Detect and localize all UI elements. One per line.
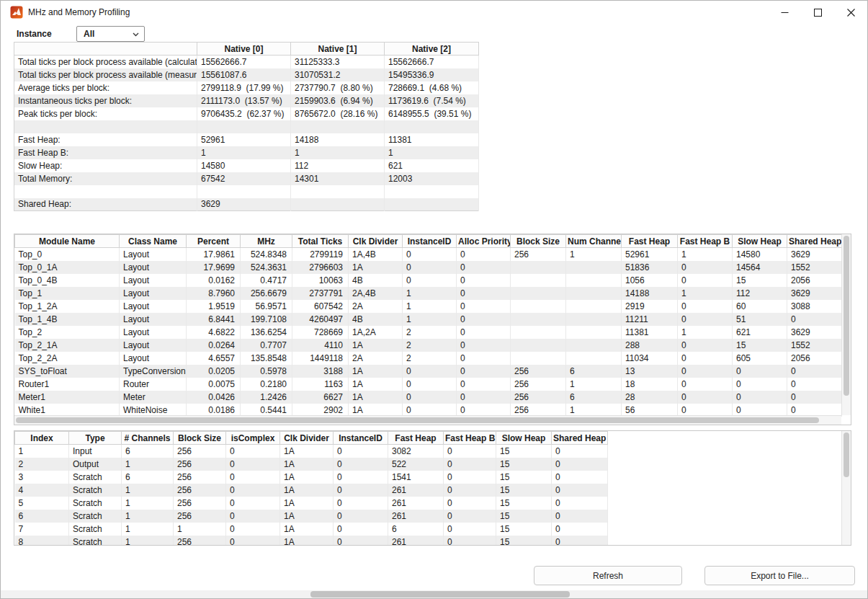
cell[interactable]: 256 — [511, 248, 566, 261]
cell[interactable]: Layout — [120, 313, 187, 326]
cell[interactable]: 1 — [122, 523, 174, 536]
cell[interactable]: Layout — [120, 300, 187, 313]
cell[interactable]: 0 — [678, 352, 733, 365]
cell[interactable]: 256 — [174, 458, 226, 471]
cell[interactable]: 14564 — [733, 261, 787, 274]
cell[interactable]: WhiteNoise — [120, 404, 187, 417]
cell[interactable]: 256 — [174, 497, 226, 510]
cell[interactable]: 8.7960 — [187, 287, 241, 300]
table-row[interactable]: Slow Heap:14580112621 — [14, 159, 479, 172]
cell[interactable]: 2A — [349, 300, 403, 313]
cell[interactable]: 0 — [678, 274, 733, 287]
cell[interactable]: 621 — [733, 326, 787, 339]
cell[interactable] — [566, 287, 622, 300]
cell[interactable]: Scratch — [69, 523, 122, 536]
cell[interactable]: 3629 — [787, 287, 842, 300]
cell[interactable]: 0 — [457, 248, 511, 261]
cell[interactable]: 0 — [457, 365, 511, 378]
cell[interactable]: Meter — [120, 391, 187, 404]
cell[interactable]: 0 — [444, 471, 496, 484]
cell[interactable]: Top_1 — [15, 287, 120, 300]
cell[interactable]: 3629 — [787, 326, 842, 339]
cell[interactable]: 0.0205 — [187, 365, 241, 378]
cell[interactable]: 2 — [403, 326, 457, 339]
cell[interactable]: 2 — [403, 352, 457, 365]
cell[interactable]: 6627 — [292, 391, 349, 404]
cell[interactable]: 4B — [349, 274, 403, 287]
cell[interactable]: 0.0426 — [187, 391, 241, 404]
cell[interactable]: 1.2426 — [241, 391, 292, 404]
scrollbar-thumb[interactable] — [310, 591, 570, 598]
cell[interactable]: 0 — [787, 378, 842, 391]
cell[interactable]: 0 — [457, 352, 511, 365]
cell[interactable]: 2737790.7 (8.80 %) — [291, 81, 385, 94]
cell[interactable]: Top_1_2A — [15, 300, 120, 313]
cell[interactable]: 1173619.6 (7.54 %) — [385, 94, 479, 107]
cell[interactable]: Top_2_2A — [15, 352, 120, 365]
cell[interactable]: 1A — [280, 523, 334, 536]
table-row[interactable]: White1WhiteNoise0.01860.544129021A002561… — [15, 404, 842, 417]
table-row[interactable]: Total ticks per block process available … — [14, 56, 479, 68]
cell[interactable]: 135.8548 — [241, 352, 292, 365]
cell[interactable]: 0 — [457, 300, 511, 313]
cell[interactable]: 0 — [457, 339, 511, 352]
cell[interactable]: Layout — [120, 339, 187, 352]
cell[interactable]: 0 — [552, 458, 608, 471]
cell[interactable]: 2056 — [787, 274, 842, 287]
cell[interactable]: 15 — [496, 536, 552, 546]
cell[interactable]: 0 — [733, 391, 787, 404]
cell[interactable]: 15 — [496, 523, 552, 536]
cell[interactable]: 0 — [787, 404, 842, 417]
cell[interactable]: 0 — [457, 274, 511, 287]
cell[interactable]: 728669.1 (4.68 %) — [385, 81, 479, 94]
cell[interactable] — [511, 313, 566, 326]
table-row[interactable]: Meter1Meter0.04261.242666271A00256628000 — [15, 391, 842, 404]
cell[interactable]: 6 — [388, 523, 444, 536]
table-row[interactable]: Top_0Layout17.9861524.834827991191A,4B00… — [15, 248, 842, 261]
cell[interactable]: 1552 — [787, 261, 842, 274]
cell[interactable]: Top_0_1A — [15, 261, 120, 274]
scrollbar-thumb[interactable] — [844, 236, 849, 396]
cell[interactable]: 15495336.9 — [385, 68, 479, 81]
cell[interactable]: 2796603 — [292, 261, 349, 274]
cell[interactable] — [511, 287, 566, 300]
cell[interactable]: 51836 — [622, 261, 678, 274]
cell[interactable]: 15 — [496, 497, 552, 510]
cell[interactable]: 199.7108 — [241, 313, 292, 326]
cell[interactable]: 261 — [388, 510, 444, 523]
cell[interactable]: 67542 — [197, 172, 291, 185]
cell[interactable]: 0 — [457, 378, 511, 391]
cell[interactable]: 0 — [787, 365, 842, 378]
cell[interactable]: Top_2 — [15, 326, 120, 339]
cell[interactable]: Router — [120, 378, 187, 391]
cell[interactable]: 0.5978 — [241, 365, 292, 378]
cell[interactable]: Layout — [120, 352, 187, 365]
cell[interactable]: 0 — [678, 261, 733, 274]
cell[interactable]: 15 — [733, 274, 787, 287]
cell[interactable]: 8765672.0 (28.16 %) — [291, 107, 385, 120]
cell[interactable]: 6148955.5 (39.51 %) — [385, 107, 479, 120]
cell[interactable]: 0 — [403, 391, 457, 404]
cell[interactable]: 14580 — [197, 159, 291, 172]
cell[interactable]: 0 — [334, 445, 388, 458]
cell[interactable]: 1 — [403, 300, 457, 313]
cell[interactable]: 7 — [15, 523, 69, 536]
cell[interactable]: 17.9699 — [187, 261, 241, 274]
table-row[interactable]: 4Scratch125601A02610150 — [15, 484, 608, 497]
cell[interactable]: 256.6679 — [241, 287, 292, 300]
table-row[interactable]: Fast Heap B:111 — [14, 146, 479, 159]
cell[interactable]: 15 — [496, 510, 552, 523]
cell[interactable]: 1 — [678, 326, 733, 339]
cell[interactable]: 11034 — [622, 352, 678, 365]
cell[interactable]: 2919 — [622, 300, 678, 313]
cell[interactable]: Layout — [120, 274, 187, 287]
cell[interactable]: 0 — [334, 484, 388, 497]
table-row[interactable]: Top_1_4BLayout6.8441199.710842604974B101… — [15, 313, 842, 326]
cell[interactable]: 17.9861 — [187, 248, 241, 261]
cell[interactable]: 261 — [388, 484, 444, 497]
cell[interactable]: 524.8348 — [241, 248, 292, 261]
cell[interactable]: 1A,4B — [349, 248, 403, 261]
cell[interactable]: 6 — [566, 365, 622, 378]
cell[interactable]: Average ticks per block: — [14, 81, 197, 94]
cell[interactable]: 0.0264 — [187, 339, 241, 352]
